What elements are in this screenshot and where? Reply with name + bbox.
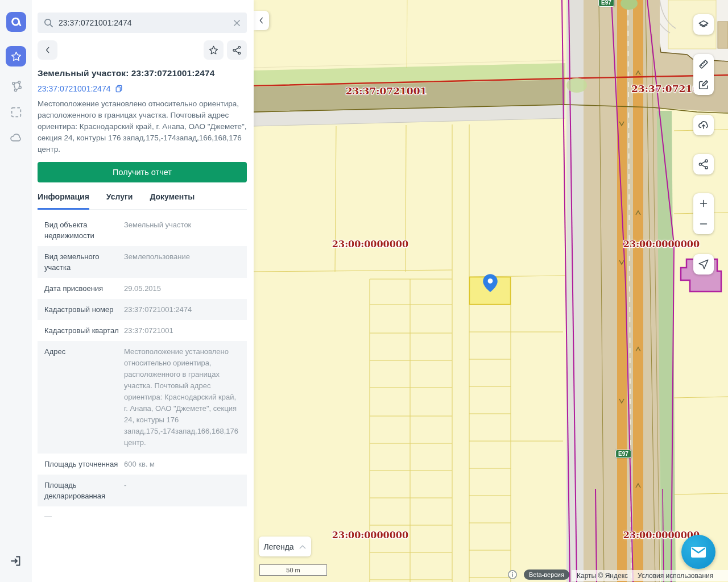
attribution-text: Карты © Яндекс [577,572,628,580]
chevron-up-icon [299,544,307,550]
area-select-icon [10,106,23,119]
collapse-panel-button[interactable] [254,11,269,30]
edit-icon [697,78,710,91]
cadastral-number-link[interactable]: 23:37:0721001:2474 [38,84,110,93]
search-input[interactable] [59,18,228,27]
object-description: Местоположение установлено относительно … [38,98,247,155]
app-window: 23:37:0721001 23:37:0721001 23:00:000000… [0,0,728,582]
plus-icon [698,198,709,209]
clear-search-icon[interactable] [233,19,241,27]
ruler-icon [697,58,710,70]
table-row: Вид земельного участка Землепользование [38,246,247,278]
navigate-arrow-icon [697,258,710,271]
table-row: Кадастровый квартал 23:37:0721001 [38,320,247,341]
favorite-button[interactable] [204,40,224,60]
district-label-2: 23:00:0000000 [623,239,700,250]
legend-button[interactable]: Легенда [259,537,311,556]
back-button[interactable] [38,40,57,60]
copy-icon[interactable] [114,84,123,93]
page-title: Земельный участок: 23:37:0721001:2474 [38,68,247,78]
app-logo-icon [10,16,22,28]
zoom-group [693,193,714,234]
table-row: Кадастровый номер 23:37:0721001:2474 [38,299,247,320]
info-icon[interactable] [507,569,518,580]
share-icon [697,158,710,171]
chevron-left-icon [257,16,266,25]
star-icon [10,51,22,63]
beta-badge: Beta-версия [524,569,569,580]
tab-information[interactable]: Информация [38,192,89,210]
measure-draw-group [693,54,714,95]
sign-in-button[interactable] [7,552,24,569]
search-bar[interactable] [38,13,247,33]
star-icon [208,45,219,56]
share-icon [231,45,242,56]
feedback-button[interactable] [681,535,715,569]
quarter-label-center: 23:37:0721001 [346,85,427,97]
measure-button[interactable] [693,54,714,74]
table-row: Площадь декларированная - [38,475,247,506]
envelope-icon [690,546,706,558]
scale-bar: 50 m [259,564,327,576]
cloud-icon [9,131,23,145]
minus-icon [698,218,709,230]
upload-button[interactable] [693,115,714,135]
legend-label: Легенда [263,542,293,551]
scale-text: 50 m [286,567,300,573]
district-label-1: 23:00:0000000 [332,239,408,250]
chevron-left-icon [43,45,52,55]
draw-button[interactable] [693,74,714,95]
tab-documents[interactable]: Документы [150,192,195,210]
district-label-3: 23:00:0000000 [332,530,408,541]
share-button[interactable] [227,40,247,60]
attributes-table: Вид объекта недвижимости Земельный участ… [38,214,247,526]
zoom-in-button[interactable] [693,193,714,214]
tab-bar: Информация Услуги Документы [38,192,247,210]
search-icon [43,18,54,28]
table-row: Дата присвоения 29.05.2015 [38,278,247,299]
table-row: Адрес Местоположение установлено относит… [38,341,247,454]
table-footer-dash: — [38,506,247,526]
table-row: Площадь уточненная 600 кв. м [38,454,247,475]
layers-button[interactable] [693,14,714,35]
road-badge-bottom: E97 [615,450,631,458]
locate-button[interactable] [693,254,714,275]
tab-services[interactable]: Услуги [106,192,133,210]
map-share-button[interactable] [693,154,714,174]
icon-rail [0,0,32,582]
sidebar-item-favorites[interactable] [6,46,26,66]
table-row: Вид объекта недвижимости Земельный участ… [38,214,247,246]
cloud-upload-icon [697,119,710,131]
map-pin-icon [482,273,499,293]
sidebar-item-area-select[interactable] [9,105,23,119]
sign-in-icon [9,554,23,568]
object-panel: Земельный участок: 23:37:0721001:2474 23… [32,0,254,582]
zoom-out-button[interactable] [693,214,714,234]
map-attribution: Карты © Яндекс Условия использования [572,570,728,581]
polygon-nodes-icon [10,80,23,93]
layers-icon [697,18,710,31]
terms-link[interactable]: Условия использования [638,572,713,580]
sidebar-item-cloud[interactable] [9,131,23,145]
sidebar-item-polygon-layers[interactable] [9,79,23,93]
road-badge-top: E97 [598,0,614,7]
get-report-button[interactable]: Получить отчет [38,162,247,182]
app-logo[interactable] [6,12,26,32]
